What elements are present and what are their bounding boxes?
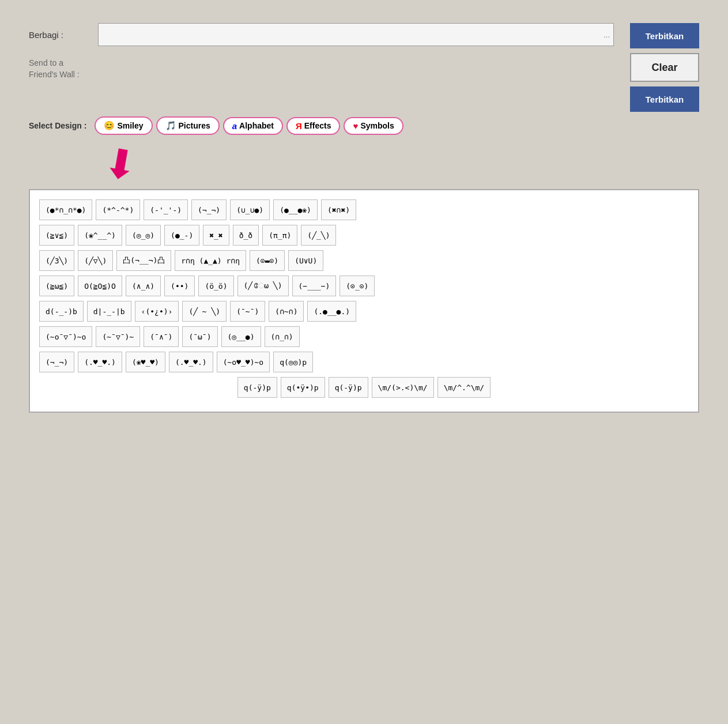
emoticon-btn[interactable]: (⊙▬⊙) xyxy=(250,250,285,271)
grid-row-5: d(-_-)b d|-_-|b ‹(•¿•)› (╱ ∼ ╲) (¯∼¯) (∩… xyxy=(39,301,689,322)
main-container: Berbagi : Send to aFriend's Wall : Terbi… xyxy=(12,12,716,424)
select-design-row: Select Design : 😊 Smiley 🎵 Pictures a Al… xyxy=(29,116,699,135)
emoticon-btn[interactable]: d(-_-)b xyxy=(39,301,84,322)
emoticon-btn[interactable]: (¬_¬) xyxy=(191,199,227,220)
emoticon-btn[interactable]: q(•ÿ•)p xyxy=(281,377,325,398)
emoticon-btn[interactable]: (╱ ேω ╲) xyxy=(237,276,289,296)
emoticon-btn[interactable]: (≧∨≦) xyxy=(39,225,74,246)
emoticon-btn[interactable]: (≧ω≦) xyxy=(39,276,74,296)
emoticon-btn[interactable]: (¯ω¯) xyxy=(182,326,217,347)
emoticon-btn[interactable]: O(≧O≦)O xyxy=(78,276,122,296)
tab-smiley[interactable]: 😊 Smiley xyxy=(95,116,152,135)
emoticon-btn[interactable]: ✖_✖ xyxy=(203,225,229,246)
smiley-icon: 😊 xyxy=(104,120,115,131)
emoticon-btn[interactable]: (¬_¬) xyxy=(39,352,74,372)
emoticon-btn[interactable]: (¯∧¯) xyxy=(144,326,179,347)
emoticon-btn[interactable]: (.♥_♥.) xyxy=(169,352,213,372)
emoticon-btn[interactable]: (∩_∩) xyxy=(265,326,300,347)
grid-row-6: (∼o¯▽¯)∼o (∼¯▽¯)∼ (¯∧¯) (¯ω¯) (◎__●) (∩_… xyxy=(39,326,689,347)
emoticon-btn[interactable]: (◎_◎) xyxy=(126,225,161,246)
grid-row-4: (≧ω≦) O(≧O≦)O (∧_∧) (••) (ö_ö) (╱ ேω ╲) … xyxy=(39,276,689,296)
terbitkan-button-1[interactable]: Terbitkan xyxy=(630,23,699,48)
down-arrow-icon: ⬇ xyxy=(100,141,141,187)
effects-icon: Я xyxy=(296,121,302,131)
emoticon-btn[interactable]: \m/^.^\m/ xyxy=(437,377,491,398)
emoticon-btn[interactable]: (.●__●.) xyxy=(307,301,356,322)
top-section: Berbagi : Send to aFriend's Wall : Terbi… xyxy=(29,23,699,112)
emoticon-btn[interactable]: (U∨U) xyxy=(288,250,323,271)
tab-effects[interactable]: Я Effects xyxy=(286,117,340,135)
emoticon-btn[interactable]: (••) xyxy=(164,276,195,296)
emoticon-btn[interactable]: (ö_ö) xyxy=(198,276,233,296)
grid-row-2: (≧∨≦) (❀^__^) (◎_◎) (●_-) ✖_✖ ð_ð (π_π) … xyxy=(39,225,689,246)
tab-alphabet-label: Alphabet xyxy=(239,121,274,130)
emoticon-btn[interactable]: (∼o♥_♥)∼o xyxy=(217,352,270,372)
emoticon-btn[interactable]: (∧_∧) xyxy=(126,276,161,296)
emoticon-btn[interactable]: (-'_'-) xyxy=(144,199,188,220)
top-right: Terbitkan Clear Terbitkan xyxy=(614,23,699,112)
grid-row-7: (¬_¬) (.♥_♥.) (❀♥_♥) (.♥_♥.) (∼o♥_♥)∼o q… xyxy=(39,352,689,372)
emoticon-btn[interactable]: r∩η (▲_▲) r∩η xyxy=(175,250,246,271)
emoticon-btn[interactable]: (╱_╲) xyxy=(301,225,336,246)
emoticon-btn[interactable]: (∪_∪●) xyxy=(230,199,270,220)
pictures-icon: 🎵 xyxy=(165,120,176,131)
emoticon-btn[interactable]: (❀^__^) xyxy=(78,225,122,246)
emoticon-btn[interactable]: d|-_-|b xyxy=(87,301,131,322)
emoticon-btn[interactable]: (∼¯▽¯)∼ xyxy=(96,326,140,347)
top-left: Berbagi : Send to aFriend's Wall : xyxy=(29,23,614,112)
tab-pictures-label: Pictures xyxy=(179,121,210,130)
grid-row-1: (●*∩_∩*●) (*^‐^*) (-'_'-) (¬_¬) (∪_∪●) (… xyxy=(39,199,689,220)
emoticon-btn[interactable]: (❀♥_♥) xyxy=(126,352,165,372)
tab-symbols[interactable]: ♥ Symbols xyxy=(344,117,403,135)
clear-button[interactable]: Clear xyxy=(630,53,699,82)
emoticon-btn[interactable]: (⊙_⊙) xyxy=(340,276,375,296)
share-label: Berbagi : xyxy=(29,30,98,40)
share-row: Berbagi : xyxy=(29,23,614,46)
emoticon-btn[interactable]: (¯∼¯) xyxy=(230,301,265,322)
friend-wall-label: Send to aFriend's Wall : xyxy=(29,58,98,80)
arrow-container: ⬇ xyxy=(104,144,699,184)
emoticon-btn[interactable]: q(◎◎)p xyxy=(273,352,313,372)
emoticon-btn[interactable]: q(-ÿ)p xyxy=(329,377,368,398)
emoticon-btn[interactable]: (π_π) xyxy=(262,225,297,246)
tab-effects-label: Effects xyxy=(304,121,331,130)
emoticon-btn[interactable]: ð_ð xyxy=(233,225,259,246)
emoticon-btn[interactable]: (∼o¯▽¯)∼o xyxy=(39,326,92,347)
tab-alphabet[interactable]: a Alphabet xyxy=(223,117,283,135)
emoticon-btn[interactable]: (●_-) xyxy=(164,225,199,246)
emoticon-btn[interactable]: (−___−) xyxy=(292,276,337,296)
emoticon-btn[interactable]: 凸(¬__¬)凸 xyxy=(116,250,171,271)
emoticon-btn[interactable]: q(-ÿ)p xyxy=(237,377,277,398)
tab-symbols-label: Symbols xyxy=(360,121,394,130)
emoticon-btn[interactable]: (●__●❀) xyxy=(273,199,318,220)
grid-row-8: q(-ÿ)p q(•ÿ•)p q(-ÿ)p \m/(>.<)\m/ \m/^.^… xyxy=(39,377,689,398)
emoticon-btn[interactable]: (*^‐^*) xyxy=(96,199,140,220)
terbitkan-button-2[interactable]: Terbitkan xyxy=(630,86,699,112)
emoticon-btn[interactable]: (●*∩_∩*●) xyxy=(39,199,92,220)
share-input[interactable] xyxy=(98,23,614,46)
emoticon-btn[interactable]: \m/(>.<)\m/ xyxy=(372,377,434,398)
friend-wall-row: Send to aFriend's Wall : xyxy=(29,58,614,80)
alphabet-icon: a xyxy=(232,121,237,131)
smiley-grid: (●*∩_∩*●) (*^‐^*) (-'_'-) (¬_¬) (∪_∪●) (… xyxy=(29,189,699,413)
emoticon-btn[interactable]: (╱ ∼ ╲) xyxy=(182,301,227,322)
tab-pictures[interactable]: 🎵 Pictures xyxy=(156,116,220,135)
symbols-icon: ♥ xyxy=(353,121,358,131)
grid-row-3: (╱3╲) (╱▽╲) 凸(¬__¬)凸 r∩η (▲_▲) r∩η (⊙▬⊙)… xyxy=(39,250,689,271)
emoticon-btn[interactable]: ‹(•¿•)› xyxy=(135,301,179,322)
emoticon-btn[interactable]: (✖∩✖) xyxy=(321,199,356,220)
emoticon-btn[interactable]: (◎__●) xyxy=(221,326,261,347)
select-design-label: Select Design : xyxy=(29,121,86,130)
tab-smiley-label: Smiley xyxy=(117,121,143,130)
emoticon-btn[interactable]: (∩∼∩) xyxy=(269,301,304,322)
emoticon-btn[interactable]: (.♥_♥.) xyxy=(78,352,122,372)
emoticon-btn[interactable]: (╱3╲) xyxy=(39,250,74,271)
emoticon-btn[interactable]: (╱▽╲) xyxy=(78,250,113,271)
